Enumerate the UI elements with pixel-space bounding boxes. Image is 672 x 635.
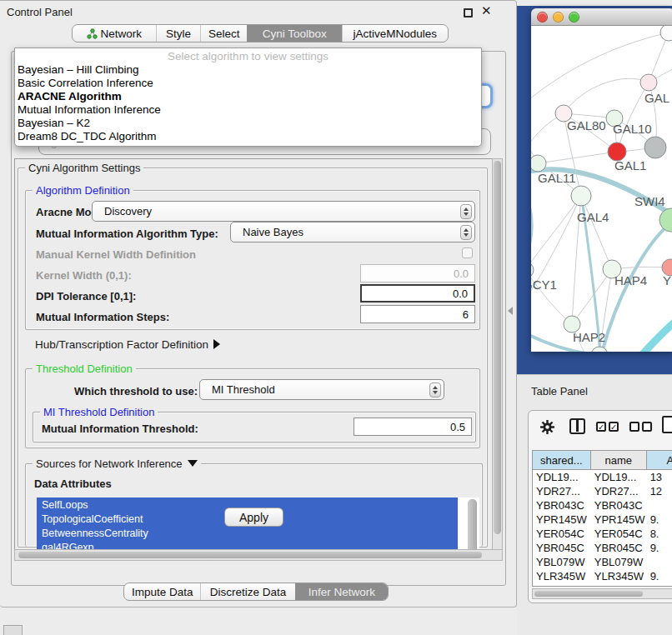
group-title: MI Threshold Definition — [40, 406, 158, 418]
minimize-traffic-light-icon[interactable] — [553, 12, 564, 22]
group-title: Algorithm Definition — [33, 184, 133, 197]
tab-select[interactable]: Select — [200, 25, 247, 42]
algorithm-option[interactable]: ARACNE Algorithm — [15, 89, 481, 102]
node-label: GAL10 — [613, 122, 652, 136]
column-header[interactable]: shared... — [533, 451, 591, 469]
algorithm-select-popup: Select algorithm to view settings Bayesi… — [14, 48, 482, 147]
node-top[interactable] — [660, 26, 672, 41]
dpi-tolerance-field[interactable]: 0.0 — [360, 284, 475, 302]
node-gal11[interactable] — [531, 155, 546, 172]
field-value: 0.0 — [454, 268, 469, 280]
table-row[interactable]: YDL19...YDL19...13 — [533, 470, 672, 484]
network-window-titlebar[interactable] — [531, 8, 672, 26]
tab-jactivemnodules[interactable]: jActiveMNodules — [342, 25, 448, 42]
tab-label: Cyni Toolbox — [263, 28, 327, 40]
node-swi4[interactable] — [659, 208, 672, 232]
tab-label: Network — [101, 28, 143, 40]
network-edge — [639, 319, 672, 352]
close-traffic-light-icon[interactable] — [537, 12, 548, 22]
hub-definition-label: Hub/Transcription Factor Definition — [35, 338, 208, 351]
node-gal-pink[interactable] — [640, 74, 657, 91]
table-row[interactable]: YBL079WYBL079W — [533, 555, 672, 569]
group-title: Cyni Algorithm Settings — [25, 162, 143, 174]
network-view-window[interactable]: GALGAL80GAL10GAL1GAL11GAL4SWI4GCY1HAP4YH… — [531, 8, 672, 352]
table-row[interactable]: YDR27...YDR27...12 — [533, 484, 672, 498]
settings-horizontal-scrollbar[interactable] — [14, 549, 503, 561]
new-table-icon[interactable] — [662, 416, 672, 433]
algorithm-option[interactable]: Bayesian – Hill Climbing — [15, 62, 481, 76]
kernel-width-field[interactable]: 0.0 — [360, 264, 475, 282]
network-edge — [531, 196, 581, 270]
aracne-mode-combo[interactable]: Discovery — [92, 201, 475, 222]
table-horizontal-scrollbar[interactable] — [532, 588, 672, 599]
mi-threshold-group: MI Threshold Definition Mutual Informati… — [33, 412, 476, 442]
network-canvas-container[interactable]: GALGAL80GAL10GAL1GAL11GAL4SWI4GCY1HAP4YH… — [531, 26, 672, 352]
mi-steps-field[interactable]: 6 — [360, 305, 475, 323]
algorithm-option[interactable]: Basic Correlation Inference — [15, 76, 481, 89]
attributes-scrollbar[interactable] — [468, 499, 477, 554]
checked-box-icon[interactable]: ✓ — [609, 422, 619, 432]
table-row[interactable]: YIL052CYIL052C9 — [533, 583, 672, 587]
gear-icon[interactable] — [539, 419, 555, 435]
column-header[interactable]: A — [647, 451, 672, 469]
node-label: GCY1 — [531, 278, 557, 292]
table-row[interactable]: YBR043CYBR043C — [533, 498, 672, 512]
algorithm-option[interactable]: Dream8 DC_TDC Algorithm — [15, 129, 481, 142]
column-header[interactable]: name — [591, 451, 647, 469]
table-cell: YLR345W — [533, 569, 591, 583]
which-threshold-combo[interactable]: MI Threshold — [199, 379, 444, 400]
scrollbar-thumb[interactable] — [494, 161, 501, 534]
mi-threshold-field[interactable]: 0.5 — [354, 418, 472, 436]
table-row[interactable]: YLR345WYLR345W9. — [533, 569, 672, 583]
unchecked-box-icon[interactable] — [629, 422, 639, 432]
mi-algorithm-type-combo[interactable]: Naive Bayes — [230, 222, 475, 242]
list-item[interactable]: BetweennessCentrality — [37, 526, 458, 540]
node-label: HAP2 — [573, 330, 605, 344]
tab-infer-network[interactable]: Infer Network — [295, 583, 388, 600]
zoom-traffic-light-icon[interactable] — [569, 12, 579, 22]
close-icon[interactable]: ✕ — [481, 3, 492, 18]
mi-steps-label: Mutual Information Steps: — [36, 311, 169, 323]
stepper-arrows-icon[interactable] — [460, 225, 472, 240]
algorithm-option[interactable]: Bayesian – K2 — [15, 116, 481, 129]
network-icon — [87, 28, 98, 39]
node-bottom[interactable] — [591, 347, 608, 352]
minimized-panel-box[interactable] — [3, 625, 23, 635]
scrollbar-thumb[interactable] — [534, 591, 643, 597]
apply-button[interactable]: Apply — [224, 508, 283, 527]
scrollbar-thumb[interactable] — [18, 552, 482, 558]
checked-box-icon[interactable]: ✓ — [596, 422, 606, 432]
node-gray[interactable] — [644, 137, 666, 158]
tab-impute-data[interactable]: Impute Data — [124, 583, 200, 600]
table-toolbar: ✓ ✓ — [529, 411, 672, 449]
table-row[interactable]: YER054CYER054C8. — [533, 527, 672, 541]
node-table: shared...nameA YDL19...YDL19...13YDR27..… — [532, 450, 672, 587]
settings-vertical-scrollbar[interactable] — [492, 158, 503, 561]
table-cell: 8. — [647, 527, 672, 541]
split-pane-collapse-icon[interactable] — [508, 307, 513, 315]
float-panel-icon[interactable] — [464, 8, 473, 18]
node-label: SWI4 — [634, 194, 665, 208]
node-label: GAL80 — [567, 118, 606, 132]
stepper-arrows-icon[interactable] — [460, 204, 472, 219]
tab-style[interactable]: Style — [156, 25, 201, 42]
manual-kernel-checkbox[interactable] — [462, 248, 473, 258]
table-cell: YDR27... — [591, 484, 647, 498]
unchecked-box-icon[interactable] — [642, 422, 652, 432]
stepper-arrows-icon[interactable] — [429, 382, 441, 398]
table-row[interactable]: YPR145WYPR145W9. — [533, 512, 672, 527]
node-gal4[interactable] — [571, 186, 591, 206]
which-threshold-label: Which threshold to use: — [74, 385, 198, 398]
combo-value: Naive Bayes — [243, 226, 303, 238]
manual-kernel-label: Manual Kernel Width Definition — [36, 248, 196, 261]
columns-icon[interactable] — [569, 418, 585, 434]
tab-cyni-toolbox[interactable]: Cyni Toolbox — [247, 25, 342, 42]
node-gcy1[interactable] — [531, 262, 534, 278]
network-canvas[interactable]: GALGAL80GAL10GAL1GAL11GAL4SWI4GCY1HAP4YH… — [531, 26, 672, 352]
table-row[interactable]: YBR045CYBR045C9. — [533, 541, 672, 555]
algorithm-option[interactable]: Mutual Information Inference — [15, 102, 481, 116]
tab-discretize-data[interactable]: Discretize Data — [200, 583, 294, 600]
tab-network[interactable]: Network — [73, 25, 156, 42]
hub-definition-toggle[interactable]: Hub/Transcription Factor Definition — [35, 338, 220, 351]
sources-toggle[interactable]: Sources for Network Inference — [33, 458, 201, 470]
